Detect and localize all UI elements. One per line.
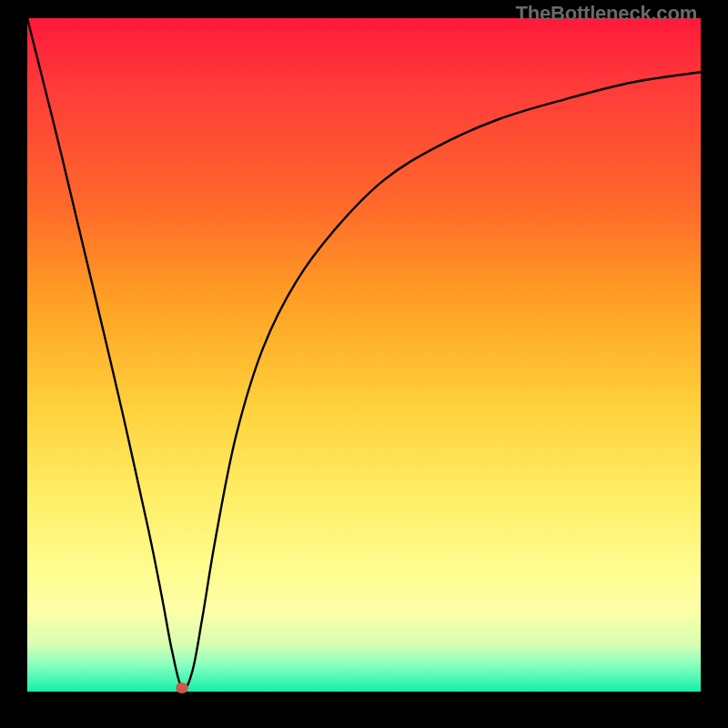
plot-area bbox=[27, 18, 701, 692]
attribution-label: TheBottleneck.com bbox=[515, 2, 697, 25]
bottleneck-curve bbox=[27, 18, 701, 692]
optimal-point-marker bbox=[176, 682, 188, 693]
